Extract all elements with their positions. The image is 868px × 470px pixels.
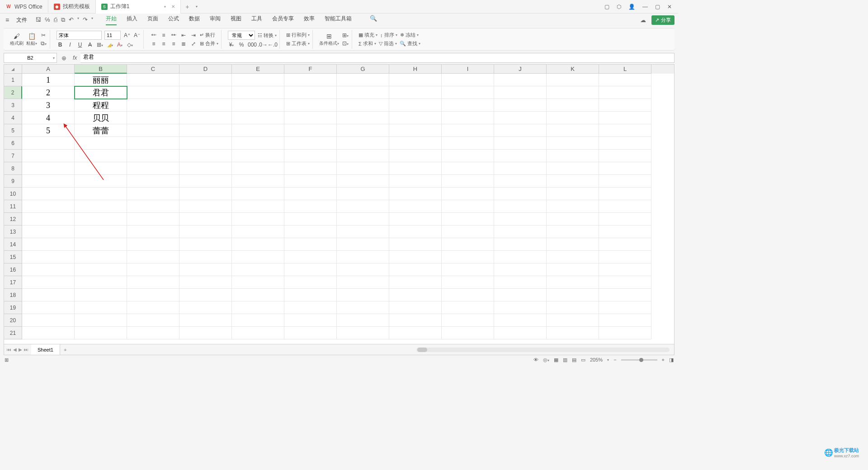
cell[interactable] [337,150,389,162]
cell[interactable] [494,251,547,263]
cell[interactable] [547,162,599,175]
sort-button[interactable]: ↕排序▾ [380,32,397,38]
cell[interactable] [442,112,494,124]
cell[interactable] [599,200,651,213]
scroll-thumb[interactable] [417,348,427,352]
col-header[interactable]: B [75,65,127,74]
cell[interactable] [22,175,75,188]
cell[interactable] [75,188,127,200]
col-header[interactable]: J [494,65,547,74]
tab-wps-office[interactable]: W WPS Office [0,0,48,14]
number-format-select[interactable]: 常规 [228,31,255,40]
cell[interactable] [22,276,75,289]
panel-icon[interactable]: ▢ [604,4,609,10]
cell[interactable] [232,99,284,112]
cell[interactable] [389,86,442,99]
cell[interactable] [494,175,547,188]
row-header[interactable]: 1 [4,74,22,86]
cell[interactable] [284,99,337,112]
cell[interactable] [337,213,389,226]
cell[interactable] [284,238,337,251]
cell[interactable] [127,327,179,339]
cell[interactable] [127,74,179,86]
cell[interactable] [547,213,599,226]
cell[interactable] [442,150,494,162]
cell[interactable] [337,251,389,263]
fill-button[interactable]: ▦填充▾ [359,32,377,38]
cell[interactable] [75,238,127,251]
cell[interactable] [22,327,75,339]
cell[interactable] [127,124,179,137]
cell[interactable] [337,175,389,188]
search-icon[interactable]: 🔍 [370,15,377,25]
cell[interactable] [442,137,494,150]
cell[interactable] [22,213,75,226]
cell[interactable] [547,226,599,238]
cell[interactable] [232,314,284,327]
tab-formula[interactable]: 公式 [168,15,179,25]
cell[interactable] [599,112,651,124]
cell[interactable] [494,327,547,339]
cell[interactable] [547,301,599,314]
find-button[interactable]: 🔍查找▾ [400,40,420,47]
cell[interactable] [599,99,651,112]
cell[interactable] [337,74,389,86]
cell[interactable] [337,314,389,327]
horizontal-scrollbar[interactable] [70,348,674,352]
cell[interactable] [389,276,442,289]
cell[interactable] [75,251,127,263]
print-icon[interactable]: ⎙ [54,16,57,24]
cell[interactable] [22,188,75,200]
cell[interactable] [127,314,179,327]
comma-icon[interactable]: 000 [248,42,255,48]
cell[interactable] [389,124,442,137]
cell[interactable] [75,175,127,188]
cell[interactable] [179,150,232,162]
strike-icon[interactable]: A̶ [86,42,94,48]
cell[interactable] [337,200,389,213]
filter-button[interactable]: ▽筛选▾ [379,40,397,47]
cell[interactable] [75,263,127,276]
cell[interactable] [389,289,442,301]
cell[interactable] [442,175,494,188]
cell[interactable] [494,150,547,162]
fill-color-icon[interactable]: ◢▾ [106,42,113,48]
col-header[interactable]: H [389,65,442,74]
eye-icon[interactable]: 👁 [533,357,538,362]
cell[interactable] [179,188,232,200]
cell[interactable] [442,301,494,314]
row-header[interactable]: 6 [4,137,22,150]
cube-icon[interactable]: ⬡ [617,4,621,10]
cell[interactable] [232,137,284,150]
row-header[interactable]: 4 [4,112,22,124]
select-all-corner[interactable]: ◢ [4,65,22,74]
cell[interactable] [127,200,179,213]
cell[interactable] [494,276,547,289]
cell[interactable] [284,162,337,175]
cell[interactable] [22,200,75,213]
cell[interactable] [179,327,232,339]
row-header[interactable]: 7 [4,150,22,162]
cell[interactable] [75,327,127,339]
cell[interactable] [494,137,547,150]
cell[interactable] [494,238,547,251]
cell[interactable] [442,327,494,339]
format-painter-button[interactable]: 🖌格式刷 [10,33,24,47]
cell[interactable] [337,188,389,200]
cell[interactable] [337,238,389,251]
cell[interactable] [337,226,389,238]
cell[interactable]: 蕾蕾 [75,124,127,137]
cell[interactable] [599,213,651,226]
cell[interactable] [389,99,442,112]
row-header[interactable]: 21 [4,327,22,339]
cell[interactable] [599,137,651,150]
align-left-icon[interactable]: ≡ [150,41,157,47]
row-header[interactable]: 3 [4,99,22,112]
wrap-button[interactable]: ↵换行 [200,32,215,38]
tab-template[interactable]: ◆ 找稻壳模板 [48,0,96,14]
cell[interactable] [75,226,127,238]
cell[interactable] [599,226,651,238]
cell[interactable]: 4 [22,112,75,124]
cell[interactable] [442,162,494,175]
cell[interactable] [127,99,179,112]
